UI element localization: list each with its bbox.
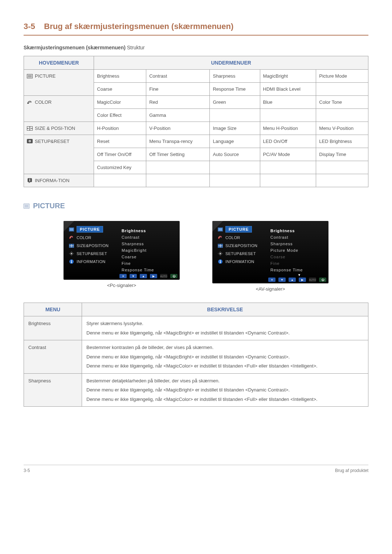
cell: Color Effect bbox=[94, 109, 146, 122]
color-icon bbox=[27, 100, 33, 105]
down-icon: ▼ bbox=[278, 278, 286, 282]
desc-line: Denne menu er ikke tilgængelig, når <Mag… bbox=[86, 353, 364, 361]
osd-right-item: Sharpness bbox=[122, 241, 180, 247]
osd-right-item: Sharpness bbox=[270, 241, 328, 247]
svg-point-28 bbox=[71, 253, 72, 254]
osd-right-item: Contrast bbox=[270, 234, 328, 241]
close-icon: ✕ bbox=[268, 278, 275, 282]
svg-marker-11 bbox=[32, 128, 32, 129]
svg-marker-10 bbox=[27, 128, 28, 129]
desc-line: Denne menu er ikke tilgængelig, når <Mag… bbox=[86, 386, 364, 394]
cell bbox=[146, 174, 210, 187]
osd-right-item: Response Time bbox=[122, 267, 180, 273]
cell bbox=[146, 161, 210, 174]
osd-left-list: PICTURE COLOR SIZE&POSITION SETUP&RESET bbox=[64, 226, 118, 273]
down-icon: ▼ bbox=[130, 274, 137, 278]
svg-rect-31 bbox=[69, 253, 70, 254]
osd-label: COLOR bbox=[77, 235, 91, 240]
cell bbox=[94, 174, 146, 187]
cell: Language bbox=[210, 135, 260, 148]
cell: Response Time bbox=[210, 83, 260, 96]
svg-point-2 bbox=[28, 102, 29, 103]
main-size-label: SIZE & POSI-TION bbox=[35, 126, 75, 131]
cell: Coarse bbox=[94, 83, 146, 96]
osd-right-item: Brightness bbox=[122, 227, 180, 234]
cell: Menu Transpa-rency bbox=[146, 135, 210, 148]
svg-rect-30 bbox=[71, 255, 72, 256]
desc-line: Denne menu er ikke tilgængelig, når <Mag… bbox=[86, 329, 364, 337]
svg-point-4 bbox=[30, 102, 31, 102]
svg-rect-46 bbox=[220, 251, 221, 252]
osd-caption-pc: <Pc-signaler> bbox=[64, 283, 180, 288]
svg-rect-34 bbox=[71, 261, 72, 263]
cell: Customized Key bbox=[94, 161, 146, 174]
subtitle-bold: Skærmjusteringsmenuen (skærmmenuen) bbox=[24, 45, 126, 50]
desc-line: Bestemmer kontrasten på de billeder, der… bbox=[86, 344, 364, 351]
description-table: MENU BESKRIVELSE Brightness Styrer skærm… bbox=[24, 303, 368, 407]
svg-rect-18 bbox=[24, 205, 28, 208]
osd-item-picture: PICTURE bbox=[217, 226, 267, 233]
svg-point-21 bbox=[70, 237, 71, 238]
main-info-label: INFORMA-TION bbox=[35, 178, 69, 183]
svg-rect-49 bbox=[222, 253, 223, 254]
desc-line: Styrer skærmens lysstyrke. bbox=[86, 320, 364, 327]
svg-rect-16 bbox=[29, 178, 30, 179]
osd-item-setup: SETUP&RESET bbox=[69, 251, 118, 257]
size-icon bbox=[27, 126, 33, 131]
cell bbox=[210, 109, 260, 122]
svg-rect-29 bbox=[71, 251, 72, 252]
osd-panel: PICTURE COLOR SIZE&POSITION SETUP&RESET bbox=[64, 221, 180, 280]
desc-line: Denne menu er ikke tilgængelig, når <Mag… bbox=[86, 396, 364, 403]
osd-item-info: INFORMATION bbox=[69, 259, 118, 264]
gear-icon bbox=[69, 251, 74, 257]
gear-icon bbox=[217, 251, 223, 257]
cell: PC/AV Mode bbox=[260, 148, 316, 161]
power-icon: ⏻ bbox=[170, 274, 177, 278]
up-icon: ▲ bbox=[140, 274, 147, 278]
osd-label: INFORMATION bbox=[77, 259, 105, 264]
osd-label: SETUP&RESET bbox=[225, 251, 256, 256]
osd-corner bbox=[212, 221, 223, 232]
cell bbox=[260, 174, 316, 187]
table-row: Contrast Bestemmer kontrasten på de bill… bbox=[24, 340, 368, 374]
main-info: INFORMA-TION bbox=[24, 174, 94, 187]
cell: Display Time bbox=[316, 148, 368, 161]
size-icon bbox=[69, 243, 74, 249]
osd-label: SIZE&POSITION bbox=[77, 243, 109, 248]
desc-name: Brightness bbox=[24, 316, 82, 340]
main-color-label: COLOR bbox=[35, 99, 52, 105]
svg-marker-9 bbox=[29, 130, 30, 130]
auto-label: AUTO bbox=[309, 278, 316, 282]
cell: Blue bbox=[260, 96, 316, 109]
svg-marker-8 bbox=[29, 127, 30, 127]
main-picture: PICTURE bbox=[24, 70, 94, 96]
th-menu: MENU bbox=[24, 303, 82, 316]
picture-icon bbox=[24, 204, 29, 209]
auto-label: AUTO bbox=[160, 274, 167, 278]
svg-point-38 bbox=[219, 237, 220, 238]
svg-point-3 bbox=[29, 101, 30, 102]
osd-label: PICTURE bbox=[77, 226, 103, 233]
footer-left: 3-5 bbox=[24, 468, 30, 473]
cell bbox=[316, 174, 368, 187]
desc-line: Denne menu er ikke tilgængelig, når <Mag… bbox=[86, 362, 364, 370]
osd-item-size: SIZE&POSITION bbox=[69, 243, 118, 249]
cell: HDMI Black Level bbox=[260, 83, 316, 96]
svg-point-14 bbox=[29, 141, 30, 142]
enter-icon: ▶ bbox=[299, 278, 306, 282]
osd-item-color: COLOR bbox=[69, 235, 118, 241]
main-setup: SETUP&RESET bbox=[24, 135, 94, 174]
menu-structure-table: HOVEDMENUER UNDERMENUER PICTURE Brightne… bbox=[24, 56, 368, 187]
th-main: HOVEDMENUER bbox=[24, 56, 94, 70]
th-sub: UNDERMENUER bbox=[94, 56, 368, 70]
cell: Red bbox=[146, 96, 210, 109]
osd-right-item: Picture Mode bbox=[270, 247, 328, 254]
cell bbox=[210, 174, 260, 187]
svg-point-39 bbox=[220, 236, 220, 237]
osd-panel: PICTURE COLOR SIZE&POSITION SETUP&RESET bbox=[212, 221, 328, 283]
osd-right-item: Coarse bbox=[122, 254, 180, 260]
setup-icon bbox=[27, 139, 33, 144]
cell: LED Brightness bbox=[316, 135, 368, 148]
cell: MagicBright bbox=[260, 70, 316, 83]
osd-pc: PICTURE COLOR SIZE&POSITION SETUP&RESET bbox=[64, 221, 180, 292]
